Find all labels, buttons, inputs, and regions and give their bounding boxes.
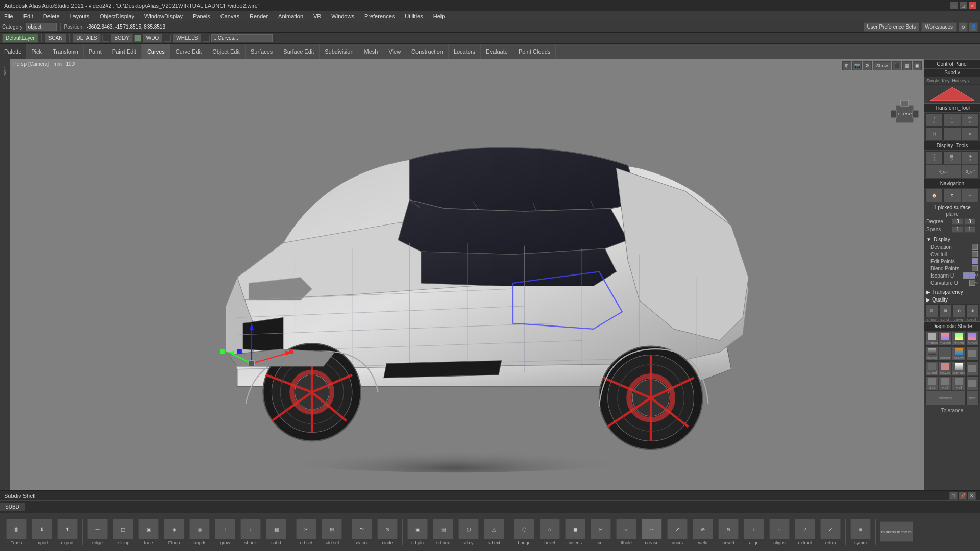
default-layer-button[interactable]: DefaultLayer bbox=[2, 34, 38, 43]
shelf-btn-inseds[interactable]: ◼ inseds bbox=[563, 518, 587, 546]
diag-isoang[interactable]: isoang bbox=[925, 346, 938, 361]
blend-points-checkbox[interactable] bbox=[972, 265, 978, 271]
show-button[interactable]: Show bbox=[873, 61, 891, 70]
shelf-btn-sd-box[interactable]: ▤ sd box bbox=[431, 518, 455, 546]
palette-tab-view[interactable]: View bbox=[383, 44, 406, 59]
shelf-btn-sd-ext[interactable]: △ sd ext bbox=[482, 518, 506, 546]
isoparm-v-checkbox[interactable] bbox=[969, 272, 975, 279]
palette-tab-subdivision[interactable]: Subdivision bbox=[320, 44, 359, 59]
shelf-btn-face[interactable]: ▣ face bbox=[136, 518, 161, 546]
shelf-btn-e-loop[interactable]: ◻ e loop bbox=[111, 518, 135, 546]
display-btn-1[interactable]: ⬡1 bbox=[925, 151, 943, 164]
shelf-close-btn[interactable]: ✕ bbox=[968, 492, 976, 500]
shelf-btn-uncrs[interactable]: ⤢ uncrs bbox=[665, 518, 690, 546]
diag-boxmod[interactable]: boxmod bbox=[925, 391, 966, 405]
diag-flest[interactable]: flest bbox=[966, 391, 979, 405]
spans-v-input[interactable] bbox=[964, 226, 975, 233]
display-btn-5[interactable]: 5_off bbox=[962, 165, 979, 178]
menu-preferences[interactable]: Preferences bbox=[362, 13, 397, 19]
deviation-checkbox[interactable] bbox=[972, 244, 978, 250]
quality-header[interactable]: ▶Quality bbox=[924, 296, 980, 304]
display-section-header[interactable]: ▼Display bbox=[926, 237, 978, 242]
nav-btn-1[interactable]: 🏠 bbox=[925, 189, 943, 202]
maximize-button[interactable]: □ bbox=[960, 2, 967, 9]
shelf-btn-extract[interactable]: ↗ extract bbox=[793, 518, 817, 546]
minimize-button[interactable]: ─ bbox=[950, 2, 958, 9]
category-input[interactable] bbox=[26, 23, 57, 31]
palette-tab-mesh[interactable]: Mesh bbox=[359, 44, 384, 59]
shelf-expand-btn[interactable]: □ bbox=[949, 492, 958, 500]
menu-animation[interactable]: Animation bbox=[276, 13, 305, 19]
curvature-checkbox[interactable] bbox=[969, 280, 975, 286]
edit-points-checkbox[interactable] bbox=[972, 258, 978, 264]
palette-tab-locators[interactable]: Locators bbox=[449, 44, 481, 59]
shelf-btn-subd[interactable]: ▦ subd bbox=[264, 518, 288, 546]
palette-tab-point-clouds[interactable]: Point Clouds bbox=[513, 44, 556, 59]
shelf-btn-retop[interactable]: ↙ retop bbox=[818, 518, 843, 546]
transform-btn-2[interactable]: ↔w bbox=[943, 113, 961, 127]
diag-slot2[interactable] bbox=[966, 376, 979, 390]
shelf-btn-import[interactable]: ⬇ import bbox=[30, 518, 54, 546]
diag-mkucol[interactable]: mkucol bbox=[939, 332, 951, 346]
shelf-btn-edge[interactable]: ─ edge bbox=[85, 518, 110, 546]
menu-layouts[interactable]: Layouts bbox=[68, 13, 92, 19]
vp-icon-camera[interactable]: 📷 bbox=[852, 61, 862, 70]
diag-vis3[interactable]: vis3 bbox=[952, 376, 965, 390]
menu-panels[interactable]: Panels bbox=[191, 13, 212, 19]
display-btn-3[interactable]: ◈3 bbox=[962, 151, 979, 164]
diag-shdnon[interactable]: shdnon bbox=[925, 332, 938, 346]
shelf-btn-crease[interactable]: 〰 crease bbox=[640, 518, 664, 546]
palette-tab-object-edit[interactable]: Object Edit bbox=[207, 44, 246, 59]
user-pref-button[interactable]: User Preference Sets bbox=[864, 22, 920, 32]
shelf-btn-cut[interactable]: ✂ cut bbox=[589, 518, 613, 546]
curves-input[interactable] bbox=[211, 34, 273, 42]
shelf-btn-loop-fs[interactable]: ◎ loop fs bbox=[187, 518, 212, 546]
palette-tab-surface-edit[interactable]: Surface Edit bbox=[278, 44, 320, 59]
vp-icon-layout2[interactable]: ▦ bbox=[902, 61, 912, 70]
shelf-btn-bridge[interactable]: ⬡ bridge bbox=[512, 518, 536, 546]
palette-tab-curve-edit[interactable]: Curve Edit bbox=[170, 44, 207, 59]
isoparm-checkbox[interactable] bbox=[963, 272, 969, 279]
palette-tab-construction[interactable]: Construction bbox=[406, 44, 449, 59]
diag-vis2[interactable]: vis2 bbox=[939, 376, 951, 390]
shelf-btn-export[interactable]: ⬆ export bbox=[55, 518, 80, 546]
diag-vis1[interactable]: vis1 bbox=[925, 376, 938, 390]
palette-tab-curves[interactable]: Curves bbox=[142, 44, 170, 59]
menu-objectdisplay[interactable]: ObjectDisplay bbox=[97, 13, 136, 19]
vp-icon-settings[interactable]: ⚙ bbox=[863, 61, 872, 70]
nav-btn-2[interactable]: 🔭 bbox=[943, 189, 961, 202]
menu-help[interactable]: Help bbox=[431, 13, 447, 19]
palette-tab-paint-edit[interactable]: Paint Edit bbox=[107, 44, 142, 59]
shelf-btn-floop[interactable]: ◈ Floop bbox=[162, 518, 186, 546]
nav-compass[interactable]: PERSP bbox=[891, 100, 919, 129]
wdo-button[interactable]: WDO bbox=[143, 34, 162, 43]
window-controls[interactable]: ─ □ ✕ bbox=[950, 2, 976, 9]
close-button[interactable]: ✕ bbox=[969, 2, 976, 9]
menu-canvas[interactable]: Canvas bbox=[218, 13, 241, 19]
scan-button[interactable]: SCAN bbox=[45, 34, 66, 43]
diag-slot4[interactable] bbox=[966, 346, 979, 361]
shelf-btn-sd-cyl[interactable]: ⬡ sd cyl bbox=[456, 518, 481, 546]
palette-tab-evaluate[interactable]: Evaluate bbox=[481, 44, 513, 59]
extra-btn-4[interactable]: ◑ bbox=[966, 304, 979, 317]
nav-btn-3[interactable]: ↔ bbox=[962, 189, 979, 202]
shelf-btn-aligns[interactable]: ↔ aligns bbox=[767, 518, 792, 546]
diag-sophotes[interactable]: sophotes bbox=[952, 361, 965, 375]
degree-u-input[interactable] bbox=[952, 218, 963, 225]
shelf-btn-sd-pln[interactable]: ▣ sd pln bbox=[405, 518, 430, 546]
extra-btn-3[interactable]: ◐ bbox=[952, 304, 966, 317]
shelf-btn-grow[interactable]: ↑ grow bbox=[213, 518, 237, 546]
viewport[interactable]: Persp [Camera] mm 100 bbox=[10, 59, 924, 490]
transform-btn-3[interactable]: ⟳e bbox=[962, 113, 979, 127]
shelf-tab-subd[interactable]: SUBD bbox=[0, 503, 25, 511]
diag-clayao[interactable]: clayao bbox=[939, 361, 951, 375]
menu-vr[interactable]: VR bbox=[311, 13, 323, 19]
palette-tab-surfaces[interactable]: Surfaces bbox=[246, 44, 278, 59]
transform-btn-6[interactable]: ⊗ bbox=[962, 127, 979, 140]
workspaces-button[interactable]: Workspaces bbox=[921, 22, 957, 32]
menu-delete[interactable]: Delete bbox=[41, 13, 62, 19]
cv-hull-checkbox[interactable] bbox=[972, 251, 978, 257]
toolbar-icon-2[interactable]: 👤 bbox=[969, 22, 978, 32]
shelf-btn-shrink[interactable]: ↓ shrink bbox=[238, 518, 263, 546]
shelf-btn-symm[interactable]: ≡ symm bbox=[848, 518, 873, 546]
